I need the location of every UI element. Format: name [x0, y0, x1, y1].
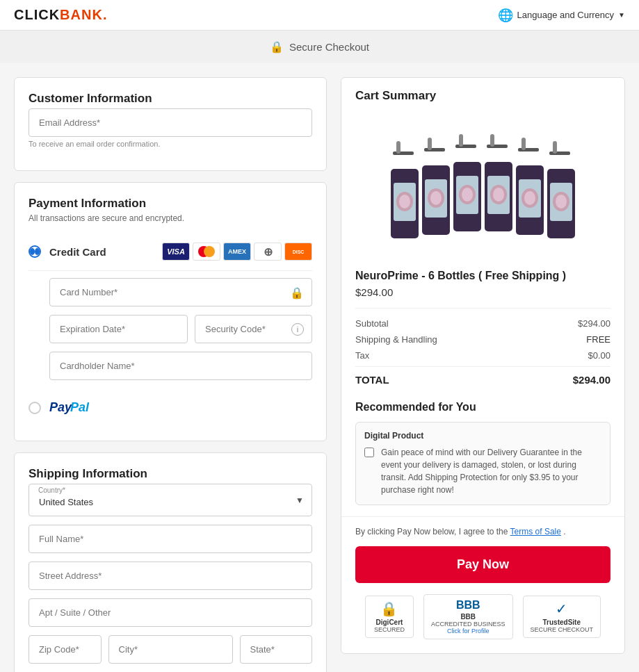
security-code-info-icon[interactable]: i [291, 323, 304, 336]
svg-point-31 [524, 191, 535, 205]
svg-point-13 [430, 191, 442, 205]
terms-of-sale-link[interactable]: Terms of Sale [510, 527, 561, 536]
cart-totals: Subtotal $294.00 Shipping & Handling FRE… [341, 309, 624, 401]
svg-point-19 [462, 188, 473, 202]
svg-point-25 [493, 188, 504, 202]
svg-rect-21 [490, 134, 494, 147]
logo-bank: BANK [60, 7, 103, 22]
customer-info-section: Customer Information To receive an email… [14, 77, 327, 171]
svg-point-37 [556, 195, 567, 208]
credit-card-radio[interactable] [29, 245, 41, 258]
language-currency-label: Language and Currency [517, 10, 615, 20]
card-number-group: 🔒 [49, 278, 312, 306]
subtotal-value: $294.00 [578, 318, 610, 329]
logo-dot: . [103, 7, 108, 22]
secure-checkout-text: Secure Checkout [289, 41, 369, 53]
shipping-info-title: Shipping Information [29, 467, 312, 481]
apt-suite-group [29, 598, 312, 627]
bbb-badge: BBB BBB ACCREDITED BUSINESS Click for Pr… [423, 594, 513, 639]
amex-icon: AMEX [223, 243, 251, 261]
svg-rect-14 [455, 145, 476, 148]
total-row: TOTAL $294.00 [355, 366, 610, 386]
shipping-info-section: Shipping Information Country* United Sta… [14, 452, 327, 672]
digicert-sub: SECURED [374, 626, 405, 633]
street-address-group [29, 562, 312, 590]
card-icons: VISA AMEX ⊕ DISC [162, 243, 312, 261]
pay-now-button[interactable]: Pay Now [355, 546, 610, 583]
payment-info-subtitle: All transactions are secure and encrypte… [29, 213, 312, 223]
digital-product-text: Gain peace of mind with our Delivery Gua… [381, 446, 601, 496]
trustedsite-sub: SECURE CHECKOUT [531, 626, 594, 633]
email-field[interactable] [29, 108, 312, 137]
subtotal-label: Subtotal [355, 318, 389, 329]
visa-icon: VISA [162, 243, 190, 261]
trustedsite-title: TrustedSite [543, 618, 581, 626]
lock-input-icon: 🔒 [290, 286, 304, 299]
digital-product-content: Gain peace of mind with our Delivery Gua… [364, 446, 601, 496]
country-select[interactable]: United States [29, 484, 312, 516]
country-label: Country* [38, 486, 65, 494]
full-name-field[interactable] [29, 525, 312, 553]
country-group: Country* United States ▼ [29, 484, 312, 516]
cardholder-group [49, 352, 312, 380]
trustedsite-badge: ✓ TrustedSite SECURE CHECKOUT [523, 596, 601, 638]
product-price: $294.00 [341, 286, 624, 308]
terms-before: By clicking Pay Now below, I agree to th… [355, 527, 508, 536]
state-field[interactable] [240, 635, 313, 664]
bbb-title: BBB [460, 613, 476, 621]
payment-info-section: Payment Information All transactions are… [14, 182, 327, 441]
digicert-badge: 🔒 DigiCert SECURED [365, 596, 414, 638]
globe-icon: 🌐 [498, 8, 513, 23]
zip-city-state-group [29, 635, 312, 664]
svg-text:Pal: Pal [70, 400, 90, 414]
trust-badges: 🔒 DigiCert SECURED BBB BBB ACCREDITED BU… [341, 594, 624, 653]
lock-icon: 🔒 [270, 40, 284, 54]
country-select-wrapper: Country* United States ▼ [29, 484, 312, 516]
language-currency-button[interactable]: 🌐 Language and Currency ▼ [498, 8, 625, 23]
logo: CLICKBANK. [14, 7, 107, 23]
payment-info-title: Payment Information [29, 197, 312, 211]
subtotal-row: Subtotal $294.00 [355, 318, 610, 329]
recommended-section: Recommended for You Digital Product Gain… [341, 401, 624, 516]
email-group: To receive an email order confirmation. [29, 108, 312, 148]
city-field[interactable] [108, 635, 233, 664]
credit-card-inputs: 🔒 i [29, 271, 312, 380]
total-value: $294.00 [573, 374, 610, 386]
zip-code-field[interactable] [29, 635, 102, 664]
apt-suite-field[interactable] [29, 598, 312, 627]
terms-text: By clicking Pay Now below, I agree to th… [341, 516, 624, 546]
terms-after: . [563, 527, 565, 536]
paypal-radio[interactable] [29, 402, 41, 414]
mastercard-icon [193, 243, 220, 261]
digital-product-box: Digital Product Gain peace of mind with … [355, 422, 610, 505]
logo-click: CLICK [14, 7, 60, 22]
expiration-field[interactable] [49, 315, 188, 343]
tax-row: Tax $0.00 [355, 350, 610, 361]
paypal-option[interactable]: Pay Pal [29, 388, 312, 427]
product-bottles-image [382, 117, 584, 256]
street-address-field[interactable] [29, 562, 312, 590]
customer-info-title: Customer Information [29, 92, 312, 106]
card-number-field[interactable] [49, 278, 312, 306]
digicert-icon: 🔒 [380, 600, 398, 617]
credit-card-option[interactable]: Credit Card VISA AMEX ⊕ DISC [29, 233, 312, 271]
credit-card-label: Credit Card [49, 246, 106, 258]
diners-icon: ⊕ [254, 243, 282, 261]
cart-summary-title: Cart Summary [341, 78, 624, 110]
cardholder-name-field[interactable] [49, 352, 312, 380]
bbb-action[interactable]: Click for Profile [447, 628, 490, 634]
svg-rect-2 [393, 151, 414, 155]
tax-label: Tax [355, 350, 369, 361]
svg-rect-27 [521, 138, 526, 150]
trustedsite-icon: ✓ [556, 600, 567, 617]
bbb-sub: ACCREDITED BUSINESS [431, 621, 505, 628]
left-column: Customer Information To receive an email… [14, 77, 327, 672]
svg-rect-3 [396, 141, 401, 154]
product-image-area [341, 110, 624, 270]
right-column: Cart Summary [327, 77, 625, 672]
total-label: TOTAL [355, 374, 389, 386]
svg-rect-26 [518, 148, 539, 151]
digital-product-checkbox[interactable] [364, 448, 374, 457]
bbb-icon: BBB [456, 599, 480, 612]
svg-text:Pay: Pay [49, 400, 72, 414]
